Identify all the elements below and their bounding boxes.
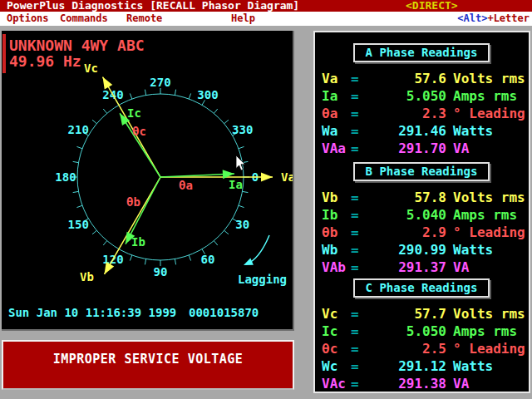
reading-value: 57.7 xyxy=(362,306,446,323)
theta-label: θa xyxy=(179,179,193,192)
menu-shortcut-hint: <Alt>+Letter xyxy=(457,12,530,26)
menu-item-options[interactable]: Options xyxy=(7,12,49,26)
theta-label: θb xyxy=(126,195,140,209)
equals-sign: = xyxy=(351,207,359,224)
vector-label-ic: Ic xyxy=(127,106,141,120)
equals-sign: = xyxy=(351,323,359,340)
phase-c-header: C Phase Readings xyxy=(353,278,490,298)
reading-value: 2.9 xyxy=(362,224,446,241)
connection-mode-badge: <DIRECT> xyxy=(406,0,458,12)
alert-box: IMPROPER SERVICE VOLTAGE xyxy=(2,340,294,390)
phase-c-rows: Vc=57.7Volts rmsIc=5.050Amps rmsθc=2.5° … xyxy=(315,306,529,393)
reading-unit: ° Leading xyxy=(453,341,525,357)
degree-tick xyxy=(76,146,82,148)
degree-tick xyxy=(130,93,131,99)
powerplus-screen: { "title_bar": { "title": "PowerPlus Dia… xyxy=(0,0,532,399)
reading-value: 291.70 xyxy=(362,140,446,157)
equals-sign: = xyxy=(351,306,359,323)
reading-label: Wb xyxy=(322,242,337,259)
menu-item-help[interactable]: Help xyxy=(231,12,255,26)
reading-value: 291.37 xyxy=(362,259,446,276)
reading-unit: Watts xyxy=(453,242,493,259)
reading-value: 291.12 xyxy=(362,358,446,375)
reading-value: 2.5 xyxy=(362,341,446,357)
equals-sign: = xyxy=(351,106,359,122)
phasor-diagram: 0306090120150180210240270300330VaVbVcIaI… xyxy=(2,31,293,329)
degree-tick xyxy=(214,241,217,245)
vector-label-va: Va xyxy=(281,170,293,184)
equals-sign: = xyxy=(351,376,359,392)
reading-label: Wa xyxy=(322,123,337,140)
equals-sign: = xyxy=(351,242,359,259)
phase-b-header: B Phase Readings xyxy=(353,162,490,181)
degree-tick xyxy=(73,161,79,162)
phasor-diagram-panel: 0306090120150180210240270300330VaVbVcIaI… xyxy=(2,31,294,331)
phase-a-header: A Phase Readings xyxy=(353,43,490,62)
reading-unit: Amps rms xyxy=(453,88,517,105)
reading-unit: Volts rms xyxy=(453,306,525,323)
phase-reading-row: θc=2.5° Leading xyxy=(315,341,529,358)
degree-tick xyxy=(103,241,106,245)
vector-label-ib: Ib xyxy=(131,235,145,249)
phase-reading-row: VAc=291.38VA xyxy=(315,376,529,393)
alert-message: IMPROPER SERVICE VOLTAGE xyxy=(3,352,293,367)
phase-reading-row: Wb=290.99Watts xyxy=(315,242,529,259)
reading-value: 5.050 xyxy=(362,323,446,340)
reading-label: Ic xyxy=(322,323,337,340)
degree-tick xyxy=(224,120,229,123)
reading-unit: Watts xyxy=(453,123,493,140)
reading-unit: Volts rms xyxy=(453,71,525,87)
reading-value: 5.050 xyxy=(362,88,446,105)
phase-reading-row: Ia=5.050Amps rms xyxy=(315,88,529,106)
reading-label: Ib xyxy=(322,207,337,224)
phase-c-section: C Phase Readings Vc=57.7Volts rmsIc=5.05… xyxy=(315,278,529,393)
reading-value: 291.38 xyxy=(362,376,446,392)
reading-label: VAc xyxy=(322,376,346,392)
degree-tick xyxy=(145,259,145,264)
menu-bar: Options Commands Remote Help <Alt>+Lette… xyxy=(0,12,532,26)
degree-tick xyxy=(239,205,244,207)
phase-a-rows: Va=57.6Volts rmsIa=5.050Amps rmsθa=2.3° … xyxy=(315,71,529,158)
reading-label: VAb xyxy=(322,259,346,276)
reading-unit: Amps rms xyxy=(453,323,517,340)
reading-label: Va xyxy=(322,71,337,87)
reading-value: 290.99 xyxy=(362,242,446,259)
degree-tick xyxy=(103,109,106,113)
vector-label-vb: Vb xyxy=(80,270,94,283)
degree-tick xyxy=(189,93,190,99)
menu-item-remote[interactable]: Remote xyxy=(126,12,162,26)
degree-label: 90 xyxy=(154,265,168,278)
degree-tick xyxy=(224,230,229,234)
reading-unit: Amps rms xyxy=(453,207,517,224)
degree-tick xyxy=(189,255,190,261)
reading-unit: Watts xyxy=(453,358,493,375)
reading-value: 5.040 xyxy=(362,207,446,224)
vector-label-vc: Vc xyxy=(84,62,98,75)
reading-label: θb xyxy=(322,224,337,241)
phase-reading-row: VAb=291.37VA xyxy=(315,259,529,277)
reading-value: 57.8 xyxy=(362,190,446,206)
menu-item-commands[interactable]: Commands xyxy=(60,12,108,26)
meter-serial-number: 0001015870 xyxy=(189,306,259,319)
window-title: PowerPlus Diagnostics [RECALL Phasor Dia… xyxy=(7,0,299,12)
degree-label: 300 xyxy=(197,88,218,101)
reading-label: θa xyxy=(322,106,337,122)
phase-b-section: B Phase Readings Vb=57.8Volts rmsIb=5.04… xyxy=(315,162,529,277)
alarm-indicator-bar xyxy=(2,34,6,73)
equals-sign: = xyxy=(351,71,359,87)
reading-label: Ia xyxy=(322,88,337,105)
vector-arrowhead xyxy=(103,77,113,90)
degree-tick xyxy=(92,120,96,123)
phase-readings-panel: A Phase Readings Va=57.6Volts rmsIa=5.05… xyxy=(313,31,530,393)
degree-tick xyxy=(76,205,82,207)
vector-arrowhead xyxy=(244,258,254,265)
phase-b-rows: Vb=57.8Volts rmsIb=5.040Amps rmsθb=2.9° … xyxy=(315,190,529,277)
degree-tick xyxy=(175,259,175,264)
frequency-label: 49.96 Hz xyxy=(9,53,81,69)
equals-sign: = xyxy=(351,123,359,140)
degree-tick xyxy=(130,255,131,261)
phase-reading-row: Ib=5.040Amps rms xyxy=(315,207,529,224)
equals-sign: = xyxy=(351,358,359,375)
degree-tick xyxy=(145,90,145,96)
service-type-label: UNKNOWN 4WY ABC xyxy=(9,37,145,53)
